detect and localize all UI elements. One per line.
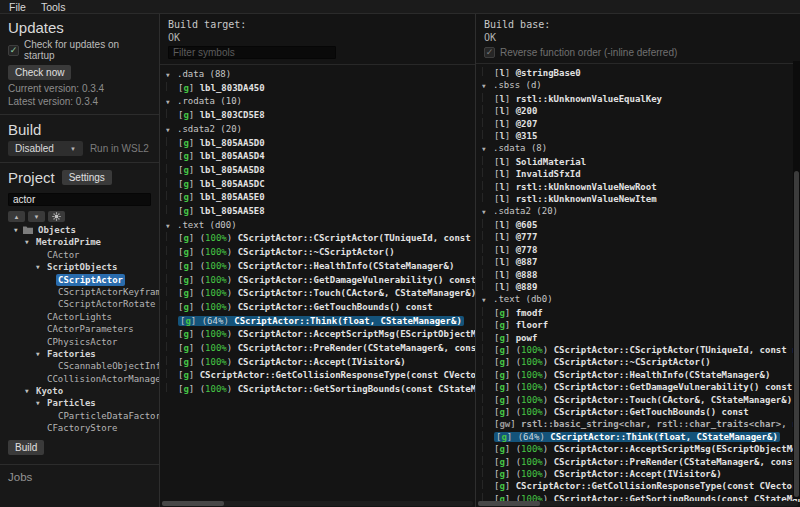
base-horizontal-scrollbar[interactable] xyxy=(478,501,798,506)
section-header-row[interactable]: ▼.text (d00) xyxy=(166,219,475,233)
menu-file[interactable]: File xyxy=(9,1,26,13)
symbol-row[interactable]: [g] lbl_805AA5E0 xyxy=(166,191,475,205)
tree-item[interactable]: ▼Objects xyxy=(8,224,151,236)
menu-bar: File Tools xyxy=(0,0,800,14)
symbol-row[interactable]: [g] (100%) CScriptActor::~CScriptActor() xyxy=(166,246,475,260)
symbol-row[interactable]: [l] SolidMaterial xyxy=(482,156,800,168)
tree-item[interactable]: ▼MetroidPrime xyxy=(8,236,151,248)
tree-item[interactable]: ▼Particles xyxy=(8,397,151,409)
symbol-row[interactable]: [g] lbl_805AA5E8 xyxy=(166,205,475,219)
check-updates-checkbox[interactable]: ✓ Check for updates on startup xyxy=(8,39,151,61)
section-header-row[interactable]: ▼.sdata2 (20) xyxy=(482,205,800,218)
section-header-row[interactable]: ▼.sdata2 (20) xyxy=(166,123,475,137)
tree-item[interactable]: CActor xyxy=(8,249,151,261)
symbol-row[interactable]: [l] rstl::kUnknownValueNewRoot xyxy=(482,181,800,193)
symbol-row[interactable]: [g] (64%) CScriptActor::Think(float, CSt… xyxy=(166,315,475,329)
symbol-row[interactable]: [l] @200 xyxy=(482,105,800,117)
symbol-row[interactable]: [g] (100%) CScriptActor::Accept(IVisitor… xyxy=(482,468,800,480)
symbol-row[interactable]: [g] CScriptActor::GetCollisionResponseTy… xyxy=(482,480,800,492)
symbol-row[interactable]: [g] lbl_803CD5E8 xyxy=(166,109,475,123)
match-percent: 100% xyxy=(521,457,543,467)
symbol-row[interactable]: [l] @315 xyxy=(482,130,800,142)
symbol-filter-input[interactable] xyxy=(168,46,336,59)
scrollbar-thumb[interactable] xyxy=(478,501,540,506)
check-now-button[interactable]: Check now xyxy=(8,65,71,80)
tree-guide-line xyxy=(166,301,178,310)
base-vertical-scrollbar[interactable] xyxy=(793,61,800,499)
build-mode-dropdown[interactable]: Disabled ▼ xyxy=(8,141,83,156)
symbol-row[interactable]: [g] (100%) CScriptActor::AcceptScriptMsg… xyxy=(482,443,800,455)
symbol-row[interactable]: [l] @207 xyxy=(482,118,800,130)
tree-item[interactable]: ▼Kyoto xyxy=(8,385,151,397)
symbol-row[interactable]: [l] @778 xyxy=(482,244,800,256)
symbol-row[interactable]: [g] CScriptActor::GetCollisionResponseTy… xyxy=(166,369,475,383)
symbol-row[interactable]: [l] rstl::kUnknownValueNewItem xyxy=(482,193,800,205)
collapse-all-button[interactable]: ▲ xyxy=(8,211,25,222)
symbol-row[interactable]: [g] (100%) CScriptActor::HealthInfo(CSta… xyxy=(482,369,800,381)
symbol-row[interactable]: [l] InvalidSfxId xyxy=(482,168,800,180)
symbol-row[interactable]: [l] @stringBase0 xyxy=(482,67,800,79)
tree-item[interactable]: CPhysicsActor xyxy=(8,336,151,348)
scrollbar-thumb[interactable] xyxy=(794,171,799,497)
tree-item[interactable]: ▼ScriptObjects xyxy=(8,261,151,273)
symbol-row[interactable]: [g] (100%) CScriptActor::GetDamageVulner… xyxy=(482,381,800,393)
tree-item[interactable]: CActorLights xyxy=(8,311,151,323)
tree-item[interactable]: CScriptActorKeyframe xyxy=(8,286,151,298)
tree-item[interactable]: ▼Factories xyxy=(8,348,151,360)
symbol-row[interactable]: [gw] rstl::basic_string<char, rstl::char… xyxy=(482,418,800,430)
symbol-row[interactable]: [g] (100%) CScriptActor::GetSortingBound… xyxy=(166,383,475,397)
symbol-row[interactable]: [l] @887 xyxy=(482,256,800,268)
symbol-row[interactable]: [g] (100%) CScriptActor::PreRender(CStat… xyxy=(166,342,475,356)
section-header-row[interactable]: ▼.data (88) xyxy=(166,68,475,82)
section-header-row[interactable]: ▼.sdata (8) xyxy=(482,142,800,155)
symbol-row[interactable]: [g] lbl_805AA5DC xyxy=(166,178,475,192)
expand-all-button[interactable]: ▼ xyxy=(28,211,45,222)
symbol-row[interactable]: [l] rstl::kUnknownValueEqualKey xyxy=(482,93,800,105)
symbol-row[interactable]: [g] (100%) CScriptActor::CScriptActor(TU… xyxy=(482,344,800,356)
symbol-row[interactable]: [g] (100%) CScriptActor::Touch(CActor&, … xyxy=(482,394,800,406)
symbol-row[interactable]: [g] (100%) CScriptActor::CScriptActor(TU… xyxy=(166,232,475,246)
symbol-row[interactable]: [g] lbl_803DA450 xyxy=(166,82,475,96)
symbol-row[interactable]: [g] (100%) CScriptActor::GetTouchBounds(… xyxy=(166,301,475,315)
tree-item[interactable]: CCollisionActorManager xyxy=(8,373,151,385)
tree-item[interactable]: CParticleDataFactory xyxy=(8,410,151,422)
tree-item[interactable]: CScriptActorRotate xyxy=(8,298,151,310)
symbol-row[interactable]: [g] (100%) CScriptActor::~CScriptActor() xyxy=(482,356,800,368)
menu-tools[interactable]: Tools xyxy=(41,1,66,13)
symbol-row[interactable]: [g] (100%) CScriptActor::HealthInfo(CSta… xyxy=(166,260,475,274)
project-settings-button[interactable]: Settings xyxy=(62,170,112,185)
tree-settings-button[interactable] xyxy=(48,211,65,222)
tree-guide-line xyxy=(482,193,494,202)
symbol-row[interactable]: [l] @605 xyxy=(482,219,800,231)
symbol-row[interactable]: [g] (100%) CScriptActor::Touch(CActor&, … xyxy=(166,287,475,301)
project-filter-input[interactable] xyxy=(8,193,151,206)
symbol-row[interactable]: [g] lbl_805AA5D0 xyxy=(166,137,475,151)
symbol-row[interactable]: [g] (100%) CScriptActor::GetDamageVulner… xyxy=(166,274,475,288)
symbol-row[interactable]: [g] floorf xyxy=(482,319,800,331)
symbol-row[interactable]: [g] (64%) CScriptActor::Think(float, CSt… xyxy=(482,431,800,443)
build-button[interactable]: Build xyxy=(8,440,44,455)
symbol-row[interactable]: [g] lbl_805AA5D4 xyxy=(166,150,475,164)
tree-item[interactable]: CScriptActor xyxy=(8,274,151,286)
symbol-row[interactable]: [l] @777 xyxy=(482,231,800,243)
scrollbar-thumb[interactable] xyxy=(162,501,224,506)
tree-item[interactable]: CActorParameters xyxy=(8,323,151,335)
symbol-row[interactable]: [g] (100%) CScriptActor::GetTouchBounds(… xyxy=(482,406,800,418)
target-horizontal-scrollbar[interactable] xyxy=(162,501,473,506)
symbol-row[interactable]: [l] @888 xyxy=(482,269,800,281)
section-header-row[interactable]: ▼.text (db0) xyxy=(482,293,800,306)
reverse-order-checkbox[interactable]: ✓ Reverse function order (-inline deferr… xyxy=(484,47,792,58)
match-percent: 100% xyxy=(521,444,543,454)
symbol-row[interactable]: [g] (100%) CScriptActor::AcceptScriptMsg… xyxy=(166,328,475,342)
symbol-row[interactable]: [g] fmodf xyxy=(482,307,800,319)
symbol-row[interactable]: [l] @889 xyxy=(482,281,800,293)
match-percent: 100% xyxy=(521,469,543,479)
symbol-row[interactable]: [g] (100%) CScriptActor::PreRender(CStat… xyxy=(482,456,800,468)
symbol-row[interactable]: [g] (100%) CScriptActor::Accept(IVisitor… xyxy=(166,356,475,370)
symbol-row[interactable]: [g] powf xyxy=(482,332,800,344)
section-header-row[interactable]: ▼.sbss (d) xyxy=(482,79,800,92)
symbol-row[interactable]: [g] lbl_805AA5D8 xyxy=(166,164,475,178)
tree-item[interactable]: CFactoryStore xyxy=(8,422,151,434)
tree-item[interactable]: CScannableObjectInfo xyxy=(8,360,151,372)
section-header-row[interactable]: ▼.rodata (10) xyxy=(166,95,475,109)
